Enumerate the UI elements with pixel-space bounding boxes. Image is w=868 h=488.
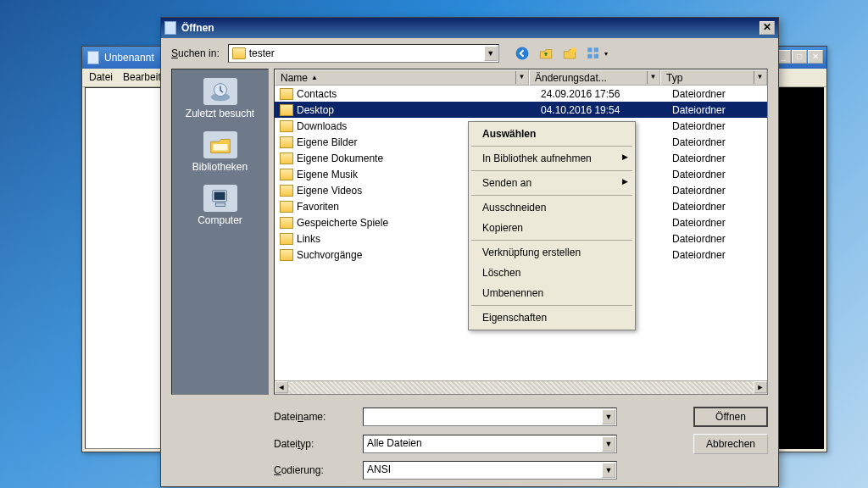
file-type: Dateiordner	[672, 104, 767, 116]
folder-icon	[280, 249, 293, 261]
folder-icon	[280, 217, 293, 229]
places-recent[interactable]: Zuletzt besucht	[172, 78, 268, 119]
column-name-filter[interactable]: ▼	[515, 71, 527, 84]
places-computer[interactable]: Computer	[172, 185, 268, 226]
svg-rect-10	[214, 192, 225, 200]
notepad-icon	[87, 51, 99, 64]
svg-rect-4	[587, 54, 592, 58]
places-libraries[interactable]: Bibliotheken	[172, 131, 268, 173]
encoding-dropdown-button[interactable]: ▼	[602, 463, 615, 478]
view-menu-button[interactable]	[584, 44, 609, 63]
filename-dropdown-button[interactable]: ▼	[602, 409, 615, 424]
ctx-include-library[interactable]: In Bibliothek aufnehmen▶	[470, 148, 633, 169]
svg-point-1	[570, 47, 576, 53]
folder-icon	[280, 201, 293, 213]
dialog-title-text: Öffnen	[181, 22, 214, 34]
dialog-icon	[164, 21, 176, 35]
up-one-level-button[interactable]	[537, 44, 555, 63]
column-date-filter[interactable]: ▼	[647, 71, 659, 84]
menu-file[interactable]: Datei	[89, 71, 113, 84]
ctx-rename[interactable]: Umbenennen	[470, 283, 633, 303]
places-computer-label: Computer	[172, 214, 268, 226]
search-in-value: tester	[249, 47, 275, 59]
file-name: Contacts	[297, 88, 541, 100]
folder-icon	[280, 136, 293, 148]
dialog-close-button[interactable]: ✕	[760, 21, 775, 35]
svg-rect-3	[593, 47, 598, 52]
ctx-properties[interactable]: Eigenschaften	[470, 308, 633, 328]
scroll-left-button[interactable]: ◄	[275, 381, 288, 393]
file-row[interactable]: Contacts24.09.2016 17:56Dateiordner	[275, 86, 767, 102]
file-type: Dateiordner	[672, 120, 767, 132]
folder-icon	[280, 120, 293, 132]
file-type: Dateiordner	[672, 88, 767, 100]
file-type: Dateiordner	[672, 185, 767, 197]
svg-rect-8	[213, 144, 227, 151]
filename-input[interactable]: ▼	[363, 408, 617, 426]
file-row[interactable]: Desktop04.10.2016 19:54Dateiordner	[275, 102, 767, 118]
file-type: Dateiordner	[672, 136, 767, 148]
file-type: Dateiordner	[672, 217, 767, 229]
encoding-label: Codierung:	[274, 464, 354, 476]
maximize-button[interactable]: □	[792, 50, 807, 64]
column-type-filter[interactable]: ▼	[754, 71, 765, 84]
search-in-label: SSuchen in:uchen in:	[171, 47, 220, 59]
svg-rect-2	[587, 47, 592, 52]
places-bar: Zuletzt besucht Bibliotheken Computer	[171, 69, 269, 395]
file-type: Dateiordner	[672, 201, 767, 213]
ctx-delete[interactable]: Löschen	[470, 263, 633, 283]
open-button[interactable]: Öffnen	[693, 407, 768, 427]
context-menu: Auswählen In Bibliothek aufnehmen▶ Sende…	[468, 121, 636, 330]
filetype-label: Dateityp:	[274, 438, 354, 450]
svg-rect-5	[593, 54, 598, 58]
ctx-select[interactable]: Auswählen	[470, 124, 633, 144]
filename-label: Dateiname:	[274, 411, 354, 423]
file-date: 24.09.2016 17:56	[541, 88, 672, 100]
search-in-dropdown[interactable]: tester ▼	[228, 44, 499, 63]
encoding-dropdown[interactable]: ANSI▼	[363, 461, 617, 480]
folder-icon	[280, 152, 293, 164]
close-button[interactable]: ✕	[808, 50, 823, 64]
filetype-dropdown-button[interactable]: ▼	[602, 436, 615, 452]
scroll-track[interactable]	[288, 381, 754, 394]
filetype-dropdown[interactable]: Alle Dateien▼	[363, 435, 617, 453]
file-type: Dateiordner	[672, 152, 767, 164]
folder-icon	[280, 233, 293, 245]
places-libraries-label: Bibliotheken	[172, 161, 268, 173]
folder-icon	[280, 88, 293, 100]
svg-rect-11	[215, 203, 225, 207]
file-name: Desktop	[297, 104, 541, 116]
column-name[interactable]: Name▲▼	[275, 69, 529, 86]
dropdown-button[interactable]: ▼	[484, 46, 498, 61]
new-folder-button[interactable]	[560, 44, 579, 63]
file-date: 04.10.2016 19:54	[541, 104, 672, 116]
ctx-shortcut[interactable]: Verknüpfung erstellen	[470, 242, 633, 263]
folder-icon	[280, 185, 293, 197]
notepad-title-text: Unbenannt	[104, 52, 154, 64]
dialog-titlebar[interactable]: Öffnen ✕	[161, 18, 778, 38]
file-type: Dateiordner	[672, 249, 767, 261]
back-button[interactable]	[513, 44, 531, 63]
folder-icon	[232, 47, 246, 59]
folder-icon	[280, 104, 293, 116]
places-recent-label: Zuletzt besucht	[172, 108, 268, 119]
scroll-right-button[interactable]: ►	[754, 381, 767, 393]
horizontal-scrollbar[interactable]: ◄ ►	[275, 380, 767, 394]
ctx-cut[interactable]: Ausschneiden	[470, 197, 633, 218]
svg-point-0	[515, 47, 528, 60]
column-type[interactable]: Typ▼	[660, 69, 767, 86]
file-type: Dateiordner	[672, 233, 767, 245]
cancel-button[interactable]: Abbrechen	[693, 434, 768, 454]
ctx-copy[interactable]: Kopieren	[470, 218, 633, 238]
file-type: Dateiordner	[672, 169, 767, 180]
ctx-send-to[interactable]: Senden an▶	[470, 173, 633, 193]
folder-icon	[280, 169, 293, 180]
column-date[interactable]: Änderungsdat...▼	[529, 69, 660, 86]
